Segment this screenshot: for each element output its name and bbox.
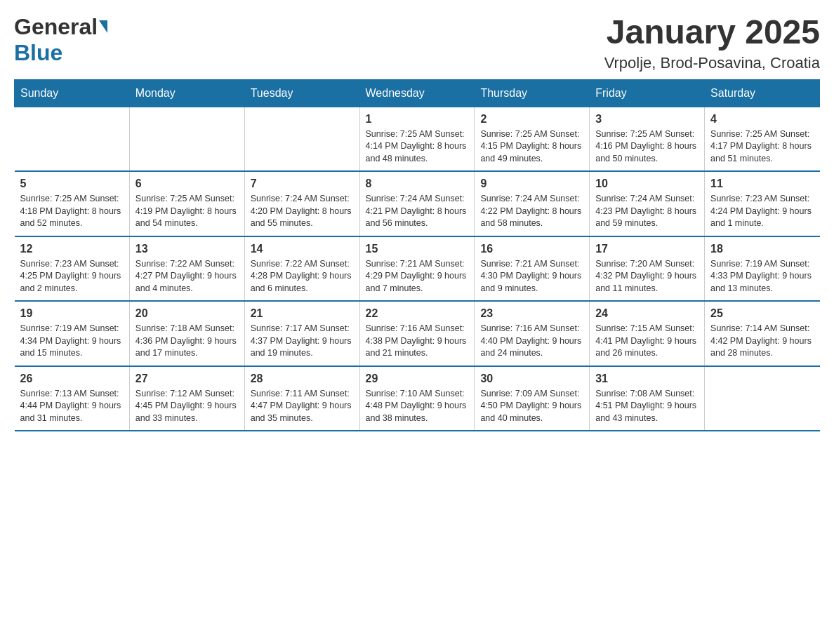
day-info: Sunrise: 7:20 AM Sunset: 4:32 PM Dayligh… — [595, 258, 699, 295]
logo: General Blue — [14, 14, 107, 66]
day-info: Sunrise: 7:16 AM Sunset: 4:40 PM Dayligh… — [480, 323, 583, 360]
calendar-cell: 7Sunrise: 7:24 AM Sunset: 4:20 PM Daylig… — [244, 171, 359, 236]
calendar-table: SundayMondayTuesdayWednesdayThursdayFrid… — [14, 79, 820, 432]
page-header: General Blue January 2025 Vrpolje, Brod-… — [14, 14, 820, 72]
calendar-cell: 23Sunrise: 7:16 AM Sunset: 4:40 PM Dayli… — [475, 301, 590, 366]
day-info: Sunrise: 7:24 AM Sunset: 4:20 PM Dayligh… — [251, 193, 354, 230]
calendar-cell: 1Sunrise: 7:25 AM Sunset: 4:14 PM Daylig… — [359, 107, 475, 171]
calendar-header: SundayMondayTuesdayWednesdayThursdayFrid… — [15, 79, 820, 107]
main-title: January 2025 — [604, 14, 820, 51]
calendar-body: 1Sunrise: 7:25 AM Sunset: 4:14 PM Daylig… — [15, 107, 820, 431]
day-number: 25 — [710, 307, 814, 320]
calendar-cell: 2Sunrise: 7:25 AM Sunset: 4:15 PM Daylig… — [475, 107, 590, 171]
day-info: Sunrise: 7:25 AM Sunset: 4:19 PM Dayligh… — [135, 193, 239, 230]
calendar-cell: 29Sunrise: 7:10 AM Sunset: 4:48 PM Dayli… — [359, 366, 475, 431]
calendar-cell: 11Sunrise: 7:23 AM Sunset: 4:24 PM Dayli… — [705, 171, 820, 236]
day-info: Sunrise: 7:17 AM Sunset: 4:37 PM Dayligh… — [251, 323, 354, 360]
day-info: Sunrise: 7:23 AM Sunset: 4:25 PM Dayligh… — [20, 258, 124, 295]
day-info: Sunrise: 7:10 AM Sunset: 4:48 PM Dayligh… — [366, 388, 469, 425]
calendar-cell — [15, 107, 130, 171]
week-row-4: 19Sunrise: 7:19 AM Sunset: 4:34 PM Dayli… — [15, 301, 820, 366]
day-info: Sunrise: 7:16 AM Sunset: 4:38 PM Dayligh… — [366, 323, 469, 360]
day-number: 16 — [480, 243, 583, 255]
day-number: 26 — [20, 373, 124, 385]
calendar-cell: 26Sunrise: 7:13 AM Sunset: 4:44 PM Dayli… — [15, 366, 130, 431]
day-info: Sunrise: 7:18 AM Sunset: 4:36 PM Dayligh… — [135, 323, 239, 360]
week-row-2: 5Sunrise: 7:25 AM Sunset: 4:18 PM Daylig… — [15, 171, 820, 236]
logo-blue-text: Blue — [14, 40, 62, 65]
calendar-cell: 25Sunrise: 7:14 AM Sunset: 4:42 PM Dayli… — [705, 301, 820, 366]
calendar-cell: 27Sunrise: 7:12 AM Sunset: 4:45 PM Dayli… — [129, 366, 244, 431]
day-number: 27 — [135, 373, 239, 385]
day-number: 19 — [20, 307, 124, 320]
calendar-cell — [705, 366, 820, 431]
day-number: 2 — [480, 113, 583, 126]
header-cell-saturday: Saturday — [705, 79, 820, 107]
day-number: 14 — [251, 243, 354, 255]
calendar-cell: 22Sunrise: 7:16 AM Sunset: 4:38 PM Dayli… — [359, 301, 475, 366]
calendar-cell: 15Sunrise: 7:21 AM Sunset: 4:29 PM Dayli… — [359, 236, 475, 302]
logo-wordmark: General — [14, 14, 107, 40]
logo-general: General — [14, 14, 98, 39]
day-info: Sunrise: 7:25 AM Sunset: 4:18 PM Dayligh… — [20, 193, 124, 230]
day-info: Sunrise: 7:22 AM Sunset: 4:28 PM Dayligh… — [251, 258, 354, 295]
day-info: Sunrise: 7:22 AM Sunset: 4:27 PM Dayligh… — [135, 258, 239, 295]
day-info: Sunrise: 7:25 AM Sunset: 4:14 PM Dayligh… — [366, 128, 469, 166]
day-number: 13 — [135, 243, 239, 255]
calendar-cell: 4Sunrise: 7:25 AM Sunset: 4:17 PM Daylig… — [705, 107, 820, 171]
day-number: 28 — [251, 373, 354, 385]
calendar-cell: 10Sunrise: 7:24 AM Sunset: 4:23 PM Dayli… — [590, 171, 705, 236]
day-info: Sunrise: 7:11 AM Sunset: 4:47 PM Dayligh… — [251, 388, 354, 425]
week-row-1: 1Sunrise: 7:25 AM Sunset: 4:14 PM Daylig… — [15, 107, 820, 171]
logo-triangle-icon — [99, 20, 107, 33]
header-row: SundayMondayTuesdayWednesdayThursdayFrid… — [15, 79, 820, 107]
day-info: Sunrise: 7:15 AM Sunset: 4:41 PM Dayligh… — [595, 323, 699, 360]
calendar-cell — [244, 107, 359, 171]
header-cell-sunday: Sunday — [15, 79, 130, 107]
calendar-cell: 5Sunrise: 7:25 AM Sunset: 4:18 PM Daylig… — [15, 171, 130, 236]
day-number: 5 — [20, 177, 124, 190]
calendar-cell: 9Sunrise: 7:24 AM Sunset: 4:22 PM Daylig… — [475, 171, 590, 236]
day-info: Sunrise: 7:25 AM Sunset: 4:17 PM Dayligh… — [710, 128, 814, 166]
day-number: 24 — [595, 307, 699, 320]
day-info: Sunrise: 7:24 AM Sunset: 4:22 PM Dayligh… — [480, 193, 583, 230]
calendar-cell: 21Sunrise: 7:17 AM Sunset: 4:37 PM Dayli… — [244, 301, 359, 366]
calendar-cell: 3Sunrise: 7:25 AM Sunset: 4:16 PM Daylig… — [590, 107, 705, 171]
calendar-cell: 24Sunrise: 7:15 AM Sunset: 4:41 PM Dayli… — [590, 301, 705, 366]
day-info: Sunrise: 7:19 AM Sunset: 4:33 PM Dayligh… — [710, 258, 814, 295]
header-cell-thursday: Thursday — [475, 79, 590, 107]
day-info: Sunrise: 7:12 AM Sunset: 4:45 PM Dayligh… — [135, 388, 239, 425]
day-info: Sunrise: 7:21 AM Sunset: 4:30 PM Dayligh… — [480, 258, 583, 295]
day-number: 8 — [366, 177, 469, 190]
calendar-cell: 13Sunrise: 7:22 AM Sunset: 4:27 PM Dayli… — [129, 236, 244, 302]
day-number: 18 — [710, 243, 814, 255]
day-info: Sunrise: 7:25 AM Sunset: 4:15 PM Dayligh… — [480, 128, 583, 166]
day-number: 29 — [366, 373, 469, 385]
calendar-cell: 31Sunrise: 7:08 AM Sunset: 4:51 PM Dayli… — [590, 366, 705, 431]
calendar-cell: 16Sunrise: 7:21 AM Sunset: 4:30 PM Dayli… — [475, 236, 590, 302]
calendar-cell: 30Sunrise: 7:09 AM Sunset: 4:50 PM Dayli… — [475, 366, 590, 431]
day-info: Sunrise: 7:21 AM Sunset: 4:29 PM Dayligh… — [366, 258, 469, 295]
day-info: Sunrise: 7:23 AM Sunset: 4:24 PM Dayligh… — [710, 193, 814, 230]
day-number: 12 — [20, 243, 124, 255]
day-number: 11 — [710, 177, 814, 190]
day-number: 10 — [595, 177, 699, 190]
calendar-cell — [129, 107, 244, 171]
day-number: 20 — [135, 307, 239, 320]
day-number: 15 — [366, 243, 469, 255]
day-info: Sunrise: 7:09 AM Sunset: 4:50 PM Dayligh… — [480, 388, 583, 425]
title-section: January 2025 Vrpolje, Brod-Posavina, Cro… — [604, 14, 820, 72]
day-number: 21 — [251, 307, 354, 320]
day-info: Sunrise: 7:19 AM Sunset: 4:34 PM Dayligh… — [20, 323, 124, 360]
week-row-5: 26Sunrise: 7:13 AM Sunset: 4:44 PM Dayli… — [15, 366, 820, 431]
day-info: Sunrise: 7:13 AM Sunset: 4:44 PM Dayligh… — [20, 388, 124, 425]
calendar-cell: 14Sunrise: 7:22 AM Sunset: 4:28 PM Dayli… — [244, 236, 359, 302]
week-row-3: 12Sunrise: 7:23 AM Sunset: 4:25 PM Dayli… — [15, 236, 820, 302]
day-info: Sunrise: 7:08 AM Sunset: 4:51 PM Dayligh… — [595, 388, 699, 425]
day-number: 6 — [135, 177, 239, 190]
calendar-cell: 8Sunrise: 7:24 AM Sunset: 4:21 PM Daylig… — [359, 171, 475, 236]
day-info: Sunrise: 7:24 AM Sunset: 4:23 PM Dayligh… — [595, 193, 699, 230]
day-info: Sunrise: 7:24 AM Sunset: 4:21 PM Dayligh… — [366, 193, 469, 230]
day-number: 1 — [366, 113, 469, 126]
day-number: 3 — [595, 113, 699, 126]
